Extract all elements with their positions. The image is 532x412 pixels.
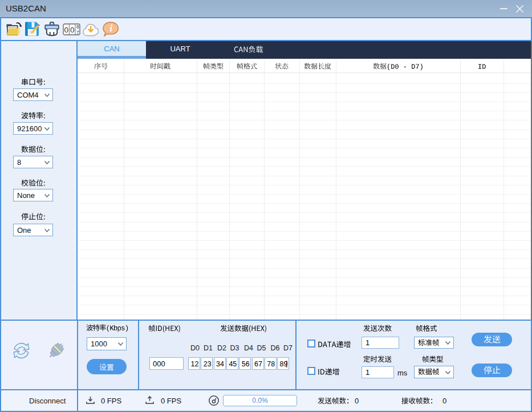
svg-text:7: 7 bbox=[76, 30, 79, 35]
svg-text:8: 8 bbox=[76, 24, 79, 30]
svg-text:0: 0 bbox=[70, 26, 75, 34]
svg-text:i: i bbox=[109, 23, 112, 34]
svg-text:0: 0 bbox=[64, 26, 69, 34]
